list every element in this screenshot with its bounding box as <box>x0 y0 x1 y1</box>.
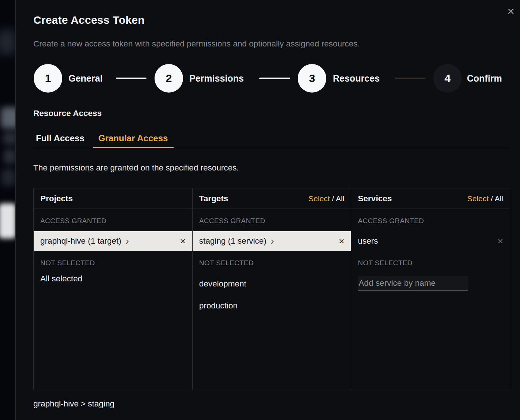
targets-select-link[interactable]: Select <box>308 194 330 203</box>
projects-column-header: Projects <box>34 188 192 209</box>
step-label-permissions[interactable]: Permissions <box>189 64 244 93</box>
background-blur-blob <box>4 149 15 164</box>
chevron-right-icon: › <box>126 236 129 246</box>
selected-target-label: staging (1 service) <box>199 236 267 246</box>
select-all-separator: / <box>330 194 336 203</box>
granular-access-note: The permissions are granted on the speci… <box>33 163 239 173</box>
target-option-production[interactable]: production <box>193 295 351 317</box>
access-granted-label: ACCESS GRANTED <box>199 217 345 225</box>
background-blur-blob <box>1 169 15 186</box>
projects-empty-text: All selected <box>40 274 186 284</box>
targets-all-link[interactable]: All <box>336 194 344 203</box>
background-page-strip <box>0 0 15 420</box>
background-blur-blob <box>1 107 15 128</box>
not-selected-label: NOT SELECTED <box>199 259 345 267</box>
remove-service-icon[interactable]: × <box>498 236 503 247</box>
services-all-link[interactable]: All <box>495 194 503 203</box>
services-column-title: Services <box>358 194 392 203</box>
breadcrumb-separator-icon: > <box>81 399 86 408</box>
not-selected-label: NOT SELECTED <box>358 259 503 267</box>
tab-granular-access[interactable]: Granular Access <box>93 133 174 148</box>
selected-project-label: graphql-hive (1 target) <box>40 236 121 246</box>
remove-project-icon[interactable]: × <box>180 236 185 247</box>
target-option-development[interactable]: development <box>193 273 351 295</box>
services-column-header: Services Select / All <box>351 188 510 209</box>
step-circle-confirm[interactable]: 4 <box>433 64 462 93</box>
step-label-general[interactable]: General <box>68 64 103 93</box>
background-blur-blob <box>0 30 15 54</box>
step-connector-inactive <box>395 78 426 79</box>
breadcrumb-target: staging <box>88 399 115 408</box>
targets-column: Targets Select / All ACCESS GRANTED stag… <box>192 188 351 390</box>
step-label-resources[interactable]: Resources <box>333 64 380 93</box>
chevron-right-icon: › <box>271 236 274 246</box>
selected-service-row: users × <box>351 231 510 251</box>
selected-service-label: users <box>358 236 378 246</box>
background-blur-blob <box>3 132 15 145</box>
breadcrumb-project: graphql-hive <box>33 399 79 408</box>
select-all-separator: / <box>489 194 494 203</box>
breadcrumb: graphql-hive>staging <box>33 399 117 409</box>
projects-column-title: Projects <box>40 194 73 203</box>
targets-column-title: Targets <box>199 194 229 203</box>
projects-column: Projects ACCESS GRANTED graphql-hive (1 … <box>34 188 192 390</box>
step-connector <box>116 78 146 79</box>
targets-column-header: Targets Select / All <box>193 188 351 209</box>
selected-project-row[interactable]: graphql-hive (1 target) › × <box>34 231 192 251</box>
tab-full-access[interactable]: Full Access <box>33 133 88 148</box>
step-label-confirm[interactable]: Confirm <box>467 64 502 93</box>
close-icon[interactable]: × <box>503 3 519 19</box>
selected-target-row[interactable]: staging (1 service) › × <box>193 231 351 251</box>
step-circle-permissions[interactable]: 2 <box>155 64 183 93</box>
dialog-title: Create Access Token <box>33 14 145 26</box>
background-white-button-blob <box>0 203 15 239</box>
resource-access-heading: Resource Access <box>33 109 102 118</box>
screen: × Create Access Token Create a new acces… <box>0 0 520 420</box>
step-circle-general[interactable]: 1 <box>34 64 62 93</box>
services-select-all: Select / All <box>467 194 503 203</box>
remove-target-icon[interactable]: × <box>339 236 344 247</box>
access-granted-label: ACCESS GRANTED <box>358 217 503 225</box>
services-column: Services Select / All ACCESS GRANTED use… <box>351 188 510 390</box>
services-select-link[interactable]: Select <box>467 194 489 203</box>
dialog-description: Create a new access token with specified… <box>33 39 360 49</box>
not-selected-label: NOT SELECTED <box>40 259 186 267</box>
access-granted-label: ACCESS GRANTED <box>40 217 186 225</box>
add-service-input[interactable] <box>358 276 468 291</box>
create-access-token-dialog: × Create Access Token Create a new acces… <box>15 0 520 420</box>
targets-select-all: Select / All <box>308 194 344 203</box>
resource-picker-table: Projects ACCESS GRANTED graphql-hive (1 … <box>33 188 510 390</box>
step-connector <box>259 78 290 79</box>
step-circle-resources[interactable]: 3 <box>298 64 326 93</box>
resource-access-tabs: Full Access Granular Access <box>33 133 510 148</box>
